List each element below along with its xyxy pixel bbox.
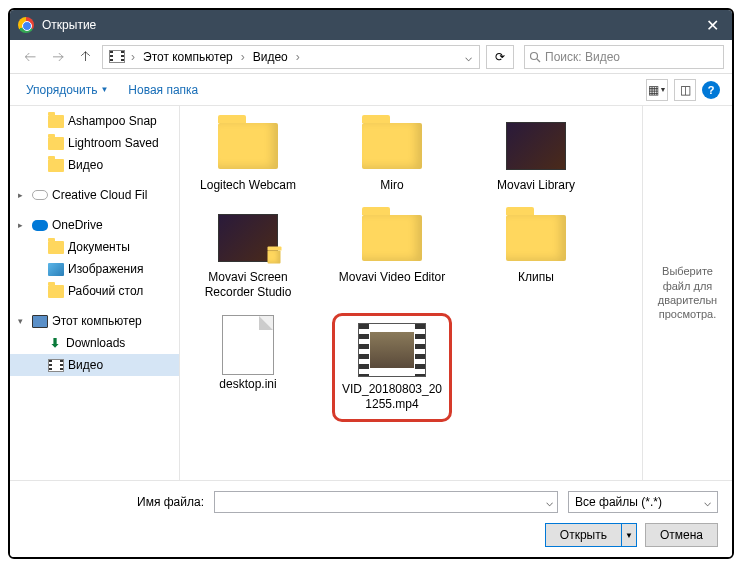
sidebar[interactable]: Ashampoo SnapLightroom SavedВидео▸Creati… — [10, 106, 180, 480]
sidebar-item-label: Документы — [68, 240, 130, 254]
file-item[interactable]: Miro — [332, 114, 452, 198]
sidebar-item[interactable]: ▾Этот компьютер — [10, 310, 179, 332]
filename-input[interactable]: ⌵ — [214, 491, 558, 513]
chevron-right-icon[interactable]: › — [239, 50, 247, 64]
nav-row: 🡠 🡢 🡡 › Этот компьютер › Видео › ⌵ ⟳ Пои… — [10, 40, 732, 74]
folder-icon — [213, 118, 283, 174]
organize-button[interactable]: Упорядочить▼ — [22, 81, 112, 99]
toolbar: Упорядочить▼ Новая папка ▦▼ ◫ ? — [10, 74, 732, 106]
sidebar-item-label: Рабочий стол — [68, 284, 143, 298]
file-item[interactable]: Logitech Webcam — [188, 114, 308, 198]
folder-icon — [501, 210, 571, 266]
filename-label: Имя файла: — [24, 495, 204, 509]
sidebar-item-label: Lightroom Saved — [68, 136, 159, 150]
sidebar-item-label: Downloads — [66, 336, 125, 350]
file-item[interactable]: Movavi Library — [476, 114, 596, 198]
folder-icon — [48, 115, 64, 128]
folder-thumbnail-icon — [213, 210, 283, 266]
forward-button: 🡢 — [46, 45, 70, 69]
folder-icon — [357, 210, 427, 266]
sidebar-item-label: Изображения — [68, 262, 143, 276]
sidebar-item-label: Этот компьютер — [52, 314, 142, 328]
cancel-button[interactable]: Отмена — [645, 523, 718, 547]
file-label: Movavi Library — [497, 178, 575, 194]
search-placeholder: Поиск: Видео — [545, 50, 620, 64]
sidebar-item[interactable]: Lightroom Saved — [10, 132, 179, 154]
sidebar-item-label: Ashampoo Snap — [68, 114, 157, 128]
sidebar-item[interactable]: Ashampoo Snap — [10, 110, 179, 132]
address-bar[interactable]: › Этот компьютер › Видео › ⌵ — [102, 45, 480, 69]
breadcrumb-video[interactable]: Видео — [247, 46, 294, 68]
svg-point-0 — [531, 52, 538, 59]
cloud-icon — [32, 190, 48, 200]
video-file-icon — [357, 322, 427, 378]
back-button[interactable]: 🡠 — [18, 45, 42, 69]
folder-thumbnail-icon — [501, 118, 571, 174]
bottom-panel: Имя файла: ⌵ Все файлы (*.*)⌵ Открыть ▼ … — [10, 480, 732, 557]
sidebar-item[interactable]: Видео — [10, 154, 179, 176]
filetype-filter[interactable]: Все файлы (*.*)⌵ — [568, 491, 718, 513]
file-grid[interactable]: Logitech WebcamMiroMovavi LibraryMovavi … — [180, 106, 642, 480]
preview-pane-button[interactable]: ◫ — [674, 79, 696, 101]
video-folder-icon — [109, 49, 125, 65]
close-button[interactable]: ✕ — [692, 10, 732, 40]
chrome-icon — [18, 17, 34, 33]
window-title: Открытие — [42, 18, 692, 32]
onedrive-icon — [32, 220, 48, 231]
sidebar-item[interactable]: Документы — [10, 236, 179, 258]
breadcrumb-pc[interactable]: Этот компьютер — [137, 46, 239, 68]
document-icon — [213, 317, 283, 373]
file-item[interactable]: Movavi Video Editor — [332, 206, 452, 305]
pictures-icon — [48, 263, 64, 276]
file-label: Movavi Video Editor — [339, 270, 446, 286]
folder-icon — [48, 159, 64, 172]
search-input[interactable]: Поиск: Видео — [524, 45, 724, 69]
file-pane: Logitech WebcamMiroMovavi LibraryMovavi … — [180, 106, 732, 480]
folder-icon — [48, 241, 64, 254]
content-area: Ashampoo SnapLightroom SavedВидео▸Creati… — [10, 106, 732, 480]
file-label: Movavi Screen Recorder Studio — [192, 270, 304, 301]
dialog: Открытие ✕ 🡠 🡢 🡡 › Этот компьютер › Виде… — [8, 8, 734, 559]
search-icon — [529, 51, 541, 63]
folder-icon — [48, 137, 64, 150]
open-button[interactable]: Открыть ▼ — [545, 523, 637, 547]
folder-icon — [357, 118, 427, 174]
folder-icon — [48, 285, 64, 298]
sidebar-item-label: Creative Cloud Fil — [52, 188, 147, 202]
sidebar-item[interactable]: Рабочий стол — [10, 280, 179, 302]
new-folder-button[interactable]: Новая папка — [124, 81, 202, 99]
sidebar-item[interactable]: ▸Creative Cloud Fil — [10, 184, 179, 206]
file-item[interactable]: Movavi Screen Recorder Studio — [188, 206, 308, 305]
file-label: Miro — [380, 178, 403, 194]
video-icon — [48, 359, 64, 372]
chevron-right-icon[interactable]: › — [294, 50, 302, 64]
help-button[interactable]: ? — [702, 81, 720, 99]
pc-icon — [32, 315, 48, 328]
preview-pane: Выберите файл для дварительн просмотра. — [642, 106, 732, 480]
sidebar-item[interactable]: ▸OneDrive — [10, 214, 179, 236]
sidebar-item-label: OneDrive — [52, 218, 103, 232]
up-button[interactable]: 🡡 — [74, 45, 98, 69]
file-label: Logitech Webcam — [200, 178, 296, 194]
sidebar-item[interactable]: Видео — [10, 354, 179, 376]
file-label: VID_20180803_201255.mp4 — [341, 382, 443, 413]
sidebar-item[interactable]: Изображения — [10, 258, 179, 280]
file-item[interactable]: desktop.ini — [188, 313, 308, 422]
file-item[interactable]: VID_20180803_201255.mp4 — [332, 313, 452, 422]
sidebar-item[interactable]: ⬇Downloads — [10, 332, 179, 354]
download-icon: ⬇ — [48, 336, 62, 350]
file-label: Клипы — [518, 270, 554, 286]
file-label: desktop.ini — [219, 377, 276, 393]
sidebar-item-label: Видео — [68, 158, 103, 172]
view-button[interactable]: ▦▼ — [646, 79, 668, 101]
open-split-button[interactable]: ▼ — [622, 531, 636, 540]
refresh-button[interactable]: ⟳ — [486, 45, 514, 69]
chevron-down-icon[interactable]: ⌵ — [546, 495, 553, 509]
chevron-right-icon[interactable]: › — [129, 50, 137, 64]
address-dropdown[interactable]: ⌵ — [459, 50, 477, 64]
sidebar-item-label: Видео — [68, 358, 103, 372]
titlebar: Открытие ✕ — [10, 10, 732, 40]
svg-line-1 — [537, 59, 540, 62]
chevron-down-icon[interactable]: ⌵ — [704, 495, 711, 509]
file-item[interactable]: Клипы — [476, 206, 596, 305]
